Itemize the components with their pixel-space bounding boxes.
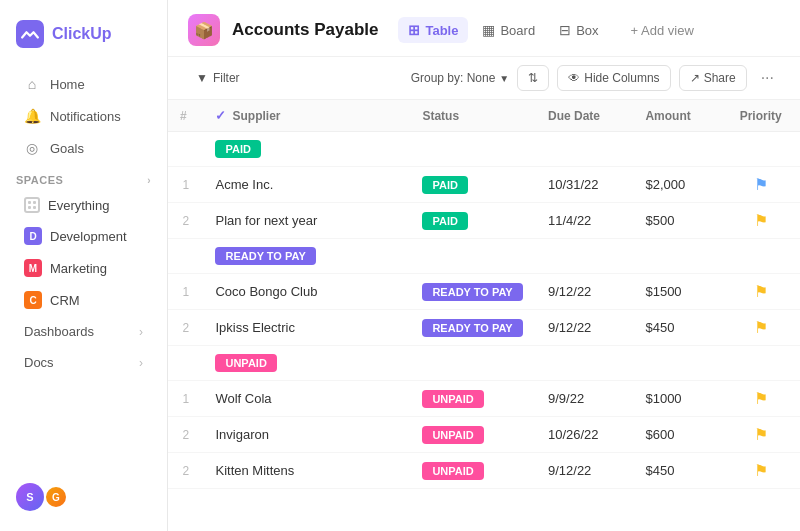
row-priority: ⚑ [721, 274, 800, 310]
sidebar-item-goals[interactable]: ◎ Goals [8, 133, 159, 163]
hide-icon: 👁 [568, 71, 580, 85]
main-header: 📦 Accounts Payable ⊞ Table ▦ Board ⊟ Box… [168, 0, 800, 57]
row-supplier[interactable]: Invigaron [203, 417, 410, 453]
table-row[interactable]: 2 Kitten Mittens UNPAID 9/12/22 $450 ⚑ [168, 453, 800, 489]
table-icon: ⊞ [408, 22, 420, 38]
row-supplier[interactable]: Plan for next year [203, 203, 410, 239]
table-row[interactable]: 2 Ipkiss Electric READY TO PAY 9/12/22 $… [168, 310, 800, 346]
sidebar-item-dashboards[interactable]: Dashboards › [8, 317, 159, 346]
row-amount: $1000 [633, 381, 721, 417]
table-row[interactable]: 1 Acme Inc. PAID 10/31/22 $2,000 ⚑ [168, 167, 800, 203]
table-container: # ✓ Supplier Status Due Date Amount Prio… [168, 100, 800, 531]
svg-rect-0 [16, 20, 44, 48]
sidebar-item-docs[interactable]: Docs › [8, 348, 159, 377]
row-amount: $450 [633, 453, 721, 489]
row-status: READY TO PAY [410, 310, 536, 346]
row-duedate: 9/12/22 [536, 310, 633, 346]
row-priority: ⚑ [721, 167, 800, 203]
priority-flag-icon: ⚑ [754, 212, 768, 229]
toolbar-left: ▼ Filter [188, 67, 248, 89]
group-header-row: READY TO PAY [168, 239, 800, 274]
sidebar-label-notifications: Notifications [50, 109, 121, 124]
crm-icon: C [24, 291, 42, 309]
filter-label: Filter [213, 71, 240, 85]
row-status: UNPAID [410, 381, 536, 417]
hide-columns-button[interactable]: 👁 Hide Columns [557, 65, 670, 91]
col-header-num: # [168, 100, 203, 132]
row-status: PAID [410, 203, 536, 239]
row-supplier[interactable]: Wolf Cola [203, 381, 410, 417]
checkmark-icon: ✓ [215, 108, 226, 123]
docs-label: Docs [24, 355, 54, 370]
row-num: 2 [168, 417, 203, 453]
groupby-selector[interactable]: Group by: None ▼ [411, 71, 510, 85]
sidebar-item-marketing[interactable]: M Marketing [8, 253, 159, 283]
share-icon: ↗ [690, 71, 700, 85]
priority-flag-icon: ⚑ [754, 283, 768, 300]
row-duedate: 9/9/22 [536, 381, 633, 417]
sidebar-item-crm[interactable]: C CRM [8, 285, 159, 315]
group-badge: PAID [215, 140, 260, 158]
col-header-status[interactable]: Status [410, 100, 536, 132]
row-amount: $500 [633, 203, 721, 239]
sidebar-item-development[interactable]: D Development [8, 221, 159, 251]
spaces-label: Spaces [16, 174, 63, 186]
goals-icon: ◎ [24, 140, 40, 156]
row-supplier[interactable]: Coco Bongo Club [203, 274, 410, 310]
share-button[interactable]: ↗ Share [679, 65, 747, 91]
table-row[interactable]: 1 Wolf Cola UNPAID 9/9/22 $1000 ⚑ [168, 381, 800, 417]
group-badge: READY TO PAY [215, 247, 315, 265]
table-row[interactable]: 2 Invigaron UNPAID 10/26/22 $600 ⚑ [168, 417, 800, 453]
filter-button[interactable]: ▼ Filter [188, 67, 248, 89]
share-label: Share [704, 71, 736, 85]
hide-columns-label: Hide Columns [584, 71, 659, 85]
row-duedate: 10/31/22 [536, 167, 633, 203]
add-view-label: + Add view [631, 23, 694, 38]
user-section: S G [0, 475, 167, 519]
col-header-duedate[interactable]: Due Date [536, 100, 633, 132]
tab-table-label: Table [425, 23, 458, 38]
bell-icon: 🔔 [24, 108, 40, 124]
avatar-g[interactable]: G [44, 485, 68, 509]
dashboards-chevron-icon: › [139, 325, 143, 339]
sidebar-item-notifications[interactable]: 🔔 Notifications [8, 101, 159, 131]
main-content: 📦 Accounts Payable ⊞ Table ▦ Board ⊟ Box… [168, 0, 800, 531]
priority-flag-icon: ⚑ [754, 390, 768, 407]
box-icon: ⊟ [559, 22, 571, 38]
development-icon: D [24, 227, 42, 245]
page-title: Accounts Payable [232, 20, 378, 40]
row-status: PAID [410, 167, 536, 203]
table-row[interactable]: 2 Plan for next year PAID 11/4/22 $500 ⚑ [168, 203, 800, 239]
priority-flag-icon: ⚑ [754, 176, 768, 193]
row-status: UNPAID [410, 417, 536, 453]
row-supplier[interactable]: Acme Inc. [203, 167, 410, 203]
sidebar-label-home: Home [50, 77, 85, 92]
tab-board[interactable]: ▦ Board [472, 17, 545, 43]
tab-box[interactable]: ⊟ Box [549, 17, 608, 43]
sidebar-item-home[interactable]: ⌂ Home [8, 69, 159, 99]
spaces-chevron-icon[interactable]: › [147, 175, 151, 186]
add-view-button[interactable]: + Add view [621, 18, 704, 43]
sidebar-item-everything[interactable]: Everything [8, 191, 159, 219]
col-header-supplier[interactable]: ✓ Supplier [203, 100, 410, 132]
logo-text: ClickUp [52, 25, 112, 43]
sidebar-label-crm: CRM [50, 293, 80, 308]
col-header-priority[interactable]: Priority [721, 100, 800, 132]
row-amount: $2,000 [633, 167, 721, 203]
col-header-amount[interactable]: Amount [633, 100, 721, 132]
row-duedate: 10/26/22 [536, 417, 633, 453]
sidebar-label-development: Development [50, 229, 127, 244]
row-num: 1 [168, 167, 203, 203]
avatar-s[interactable]: S [16, 483, 44, 511]
col-supplier-label: Supplier [232, 109, 280, 123]
tab-table[interactable]: ⊞ Table [398, 17, 468, 43]
view-tabs: ⊞ Table ▦ Board ⊟ Box [398, 17, 608, 43]
row-supplier[interactable]: Ipkiss Electric [203, 310, 410, 346]
data-table: # ✓ Supplier Status Due Date Amount Prio… [168, 100, 800, 489]
page-icon: 📦 [188, 14, 220, 46]
row-supplier[interactable]: Kitten Mittens [203, 453, 410, 489]
sort-button[interactable]: ⇅ [517, 65, 549, 91]
logo[interactable]: ClickUp [0, 12, 167, 68]
more-options-button[interactable]: ··· [755, 65, 780, 91]
table-row[interactable]: 1 Coco Bongo Club READY TO PAY 9/12/22 $… [168, 274, 800, 310]
